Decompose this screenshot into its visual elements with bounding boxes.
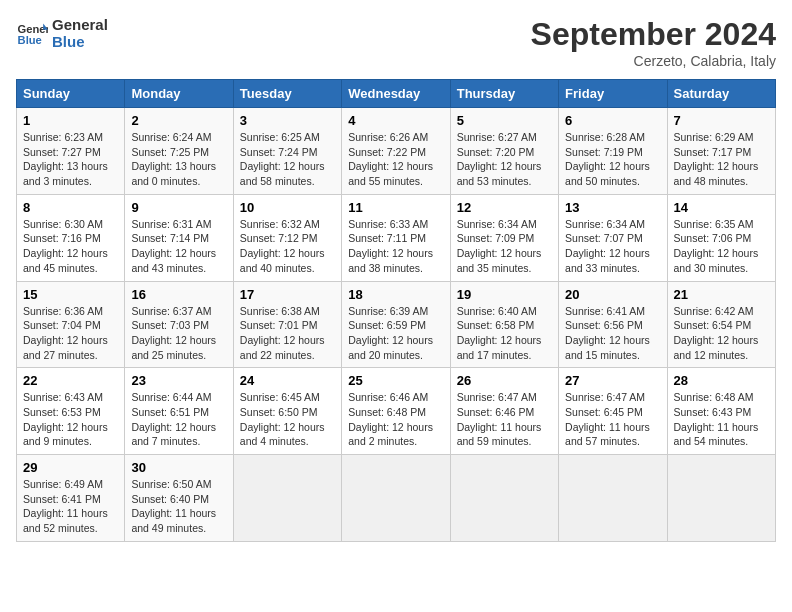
calendar-cell: 12Sunrise: 6:34 AMSunset: 7:09 PMDayligh…	[450, 194, 558, 281]
day-number: 29	[23, 460, 118, 475]
day-detail: Sunrise: 6:44 AMSunset: 6:51 PMDaylight:…	[131, 390, 226, 449]
page-header: General Blue General Blue September 2024…	[16, 16, 776, 69]
calendar-cell: 1Sunrise: 6:23 AMSunset: 7:27 PMDaylight…	[17, 108, 125, 195]
day-detail: Sunrise: 6:40 AMSunset: 6:58 PMDaylight:…	[457, 304, 552, 363]
calendar-cell	[559, 455, 667, 542]
day-detail: Sunrise: 6:48 AMSunset: 6:43 PMDaylight:…	[674, 390, 769, 449]
calendar-cell: 6Sunrise: 6:28 AMSunset: 7:19 PMDaylight…	[559, 108, 667, 195]
day-detail: Sunrise: 6:25 AMSunset: 7:24 PMDaylight:…	[240, 130, 335, 189]
calendar-cell: 4Sunrise: 6:26 AMSunset: 7:22 PMDaylight…	[342, 108, 450, 195]
day-detail: Sunrise: 6:38 AMSunset: 7:01 PMDaylight:…	[240, 304, 335, 363]
day-number: 11	[348, 200, 443, 215]
day-detail: Sunrise: 6:32 AMSunset: 7:12 PMDaylight:…	[240, 217, 335, 276]
day-number: 13	[565, 200, 660, 215]
day-number: 6	[565, 113, 660, 128]
week-row: 8Sunrise: 6:30 AMSunset: 7:16 PMDaylight…	[17, 194, 776, 281]
col-header-monday: Monday	[125, 80, 233, 108]
calendar-cell: 7Sunrise: 6:29 AMSunset: 7:17 PMDaylight…	[667, 108, 775, 195]
day-number: 21	[674, 287, 769, 302]
day-number: 3	[240, 113, 335, 128]
day-detail: Sunrise: 6:23 AMSunset: 7:27 PMDaylight:…	[23, 130, 118, 189]
day-detail: Sunrise: 6:42 AMSunset: 6:54 PMDaylight:…	[674, 304, 769, 363]
day-number: 16	[131, 287, 226, 302]
col-header-saturday: Saturday	[667, 80, 775, 108]
day-number: 17	[240, 287, 335, 302]
day-number: 24	[240, 373, 335, 388]
calendar-cell	[233, 455, 341, 542]
calendar-cell	[450, 455, 558, 542]
calendar-cell: 24Sunrise: 6:45 AMSunset: 6:50 PMDayligh…	[233, 368, 341, 455]
calendar-cell: 14Sunrise: 6:35 AMSunset: 7:06 PMDayligh…	[667, 194, 775, 281]
day-number: 20	[565, 287, 660, 302]
day-detail: Sunrise: 6:27 AMSunset: 7:20 PMDaylight:…	[457, 130, 552, 189]
calendar-cell: 11Sunrise: 6:33 AMSunset: 7:11 PMDayligh…	[342, 194, 450, 281]
location: Cerzeto, Calabria, Italy	[531, 53, 776, 69]
day-detail: Sunrise: 6:33 AMSunset: 7:11 PMDaylight:…	[348, 217, 443, 276]
day-number: 4	[348, 113, 443, 128]
calendar-cell: 29Sunrise: 6:49 AMSunset: 6:41 PMDayligh…	[17, 455, 125, 542]
day-number: 25	[348, 373, 443, 388]
calendar-cell: 8Sunrise: 6:30 AMSunset: 7:16 PMDaylight…	[17, 194, 125, 281]
day-detail: Sunrise: 6:26 AMSunset: 7:22 PMDaylight:…	[348, 130, 443, 189]
day-number: 9	[131, 200, 226, 215]
day-detail: Sunrise: 6:24 AMSunset: 7:25 PMDaylight:…	[131, 130, 226, 189]
col-header-tuesday: Tuesday	[233, 80, 341, 108]
day-number: 27	[565, 373, 660, 388]
day-number: 23	[131, 373, 226, 388]
day-detail: Sunrise: 6:31 AMSunset: 7:14 PMDaylight:…	[131, 217, 226, 276]
svg-text:Blue: Blue	[18, 34, 42, 46]
day-detail: Sunrise: 6:50 AMSunset: 6:40 PMDaylight:…	[131, 477, 226, 536]
calendar-cell: 26Sunrise: 6:47 AMSunset: 6:46 PMDayligh…	[450, 368, 558, 455]
day-detail: Sunrise: 6:36 AMSunset: 7:04 PMDaylight:…	[23, 304, 118, 363]
day-number: 12	[457, 200, 552, 215]
day-number: 5	[457, 113, 552, 128]
calendar-cell: 3Sunrise: 6:25 AMSunset: 7:24 PMDaylight…	[233, 108, 341, 195]
title-block: September 2024 Cerzeto, Calabria, Italy	[531, 16, 776, 69]
calendar-cell: 17Sunrise: 6:38 AMSunset: 7:01 PMDayligh…	[233, 281, 341, 368]
day-detail: Sunrise: 6:30 AMSunset: 7:16 PMDaylight:…	[23, 217, 118, 276]
day-number: 30	[131, 460, 226, 475]
day-detail: Sunrise: 6:39 AMSunset: 6:59 PMDaylight:…	[348, 304, 443, 363]
day-detail: Sunrise: 6:34 AMSunset: 7:07 PMDaylight:…	[565, 217, 660, 276]
calendar-cell: 2Sunrise: 6:24 AMSunset: 7:25 PMDaylight…	[125, 108, 233, 195]
col-header-sunday: Sunday	[17, 80, 125, 108]
day-detail: Sunrise: 6:41 AMSunset: 6:56 PMDaylight:…	[565, 304, 660, 363]
day-number: 14	[674, 200, 769, 215]
calendar-table: SundayMondayTuesdayWednesdayThursdayFrid…	[16, 79, 776, 542]
day-detail: Sunrise: 6:47 AMSunset: 6:45 PMDaylight:…	[565, 390, 660, 449]
day-number: 2	[131, 113, 226, 128]
day-detail: Sunrise: 6:29 AMSunset: 7:17 PMDaylight:…	[674, 130, 769, 189]
week-row: 22Sunrise: 6:43 AMSunset: 6:53 PMDayligh…	[17, 368, 776, 455]
day-number: 15	[23, 287, 118, 302]
calendar-cell: 30Sunrise: 6:50 AMSunset: 6:40 PMDayligh…	[125, 455, 233, 542]
day-number: 18	[348, 287, 443, 302]
calendar-cell: 23Sunrise: 6:44 AMSunset: 6:51 PMDayligh…	[125, 368, 233, 455]
logo-blue: Blue	[52, 33, 108, 50]
day-detail: Sunrise: 6:43 AMSunset: 6:53 PMDaylight:…	[23, 390, 118, 449]
header-row: SundayMondayTuesdayWednesdayThursdayFrid…	[17, 80, 776, 108]
calendar-cell	[342, 455, 450, 542]
day-detail: Sunrise: 6:47 AMSunset: 6:46 PMDaylight:…	[457, 390, 552, 449]
calendar-cell: 9Sunrise: 6:31 AMSunset: 7:14 PMDaylight…	[125, 194, 233, 281]
calendar-cell: 20Sunrise: 6:41 AMSunset: 6:56 PMDayligh…	[559, 281, 667, 368]
week-row: 1Sunrise: 6:23 AMSunset: 7:27 PMDaylight…	[17, 108, 776, 195]
day-detail: Sunrise: 6:34 AMSunset: 7:09 PMDaylight:…	[457, 217, 552, 276]
logo-general: General	[52, 16, 108, 33]
calendar-cell: 22Sunrise: 6:43 AMSunset: 6:53 PMDayligh…	[17, 368, 125, 455]
calendar-cell: 5Sunrise: 6:27 AMSunset: 7:20 PMDaylight…	[450, 108, 558, 195]
day-detail: Sunrise: 6:35 AMSunset: 7:06 PMDaylight:…	[674, 217, 769, 276]
col-header-thursday: Thursday	[450, 80, 558, 108]
day-number: 22	[23, 373, 118, 388]
col-header-friday: Friday	[559, 80, 667, 108]
calendar-cell: 28Sunrise: 6:48 AMSunset: 6:43 PMDayligh…	[667, 368, 775, 455]
month-title: September 2024	[531, 16, 776, 53]
day-detail: Sunrise: 6:49 AMSunset: 6:41 PMDaylight:…	[23, 477, 118, 536]
calendar-cell: 27Sunrise: 6:47 AMSunset: 6:45 PMDayligh…	[559, 368, 667, 455]
day-number: 7	[674, 113, 769, 128]
week-row: 29Sunrise: 6:49 AMSunset: 6:41 PMDayligh…	[17, 455, 776, 542]
calendar-cell: 15Sunrise: 6:36 AMSunset: 7:04 PMDayligh…	[17, 281, 125, 368]
calendar-cell: 19Sunrise: 6:40 AMSunset: 6:58 PMDayligh…	[450, 281, 558, 368]
calendar-cell: 13Sunrise: 6:34 AMSunset: 7:07 PMDayligh…	[559, 194, 667, 281]
week-row: 15Sunrise: 6:36 AMSunset: 7:04 PMDayligh…	[17, 281, 776, 368]
calendar-cell: 25Sunrise: 6:46 AMSunset: 6:48 PMDayligh…	[342, 368, 450, 455]
